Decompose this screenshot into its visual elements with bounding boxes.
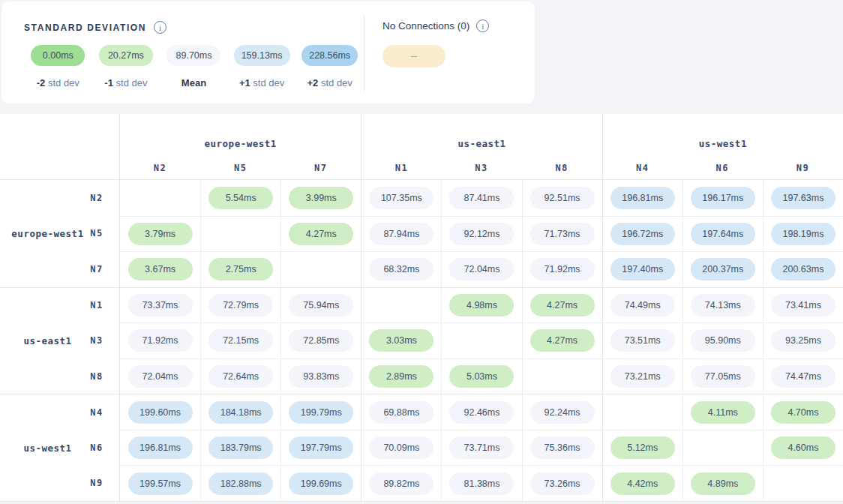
latency-pill[interactable]: 3.99ms: [289, 187, 353, 209]
latency-pill[interactable]: 3.79ms: [128, 223, 193, 245]
latency-pill[interactable]: 69.88ms: [369, 401, 434, 424]
latency-pill[interactable]: 196.81ms: [610, 187, 675, 209]
latency-pill[interactable]: 92.51ms: [530, 187, 595, 209]
latency-pill[interactable]: 72.79ms: [208, 294, 273, 316]
latency-pill[interactable]: 3.67ms: [128, 258, 193, 280]
latency-pill[interactable]: 5.03ms: [449, 365, 514, 388]
std-deviation-info-icon[interactable]: [154, 21, 166, 34]
latency-pill[interactable]: 93.83ms: [289, 365, 353, 388]
latency-pill[interactable]: 71.73ms: [530, 223, 595, 245]
latency-pill[interactable]: 72.04ms: [128, 365, 193, 388]
latency-pill[interactable]: 5.54ms: [208, 187, 273, 209]
latency-pill[interactable]: 73.51ms: [610, 329, 675, 352]
latency-pill[interactable]: 196.81ms: [128, 436, 193, 459]
latency-pill[interactable]: 5.12ms: [610, 436, 675, 459]
latency-pill[interactable]: 198.19ms: [771, 223, 836, 245]
latency-cell-N3-N7: 72.85ms: [280, 322, 361, 358]
no-connections-title: No Connections (0): [382, 20, 470, 32]
latency-pill[interactable]: 89.82ms: [369, 472, 434, 495]
latency-pill[interactable]: 73.71ms: [449, 436, 514, 459]
latency-pill[interactable]: 196.72ms: [610, 223, 675, 245]
legend-item-1: 20.27ms-1 std dev: [92, 45, 160, 88]
latency-pill[interactable]: 197.40ms: [610, 258, 675, 280]
latency-pill[interactable]: 95.90ms: [691, 329, 755, 352]
latency-cell-N8-N2: 72.04ms: [120, 358, 200, 394]
std-deviation-legend: STANDARD DEVIATION 0.00ms-2 std dev20.27…: [2, 2, 364, 104]
latency-matrix-table: europe-west1us-east1us-west1N2N5N7N1N3N8…: [0, 114, 843, 502]
latency-pill[interactable]: 71.92ms: [128, 329, 193, 352]
latency-pill[interactable]: 4.27ms: [289, 223, 353, 245]
latency-pill[interactable]: 92.24ms: [530, 401, 595, 424]
latency-cell-N6-N5: 183.79ms: [200, 430, 280, 466]
latency-pill[interactable]: 199.60ms: [128, 401, 193, 424]
latency-pill[interactable]: 73.26ms: [530, 472, 595, 495]
latency-pill[interactable]: 72.04ms: [449, 258, 514, 280]
row-header-N7: N7: [85, 251, 120, 287]
latency-pill[interactable]: 75.94ms: [289, 294, 353, 316]
latency-pill[interactable]: 74.13ms: [691, 294, 755, 316]
latency-pill[interactable]: 197.79ms: [289, 436, 353, 459]
latency-pill[interactable]: 72.64ms: [208, 365, 273, 388]
latency-pill[interactable]: 182.88ms: [208, 472, 273, 495]
latency-cell-N1-N4: 74.49ms: [602, 287, 682, 323]
latency-pill[interactable]: 81.38ms: [449, 472, 514, 495]
std-deviation-scale: 0.00ms-2 std dev20.27ms-1 std dev89.70ms…: [24, 45, 364, 88]
latency-cell-N5-N6: 197.64ms: [682, 216, 763, 252]
latency-cell-N6-N8: 75.36ms: [522, 430, 602, 466]
latency-pill[interactable]: 77.05ms: [691, 365, 755, 388]
latency-pill[interactable]: 3.03ms: [369, 329, 434, 352]
latency-pill[interactable]: 200.63ms: [771, 258, 836, 280]
latency-cell-N1-N3: 4.98ms: [441, 287, 521, 323]
column-header-N8: N8: [522, 156, 602, 180]
latency-pill[interactable]: 4.89ms: [691, 472, 755, 495]
legend-pill: 89.70ms: [166, 45, 220, 66]
latency-pill[interactable]: 199.79ms: [289, 401, 353, 424]
latency-pill[interactable]: 87.94ms: [369, 223, 434, 245]
latency-pill[interactable]: 93.25ms: [771, 329, 836, 352]
latency-pill[interactable]: 4.27ms: [530, 294, 595, 316]
latency-pill[interactable]: 197.63ms: [771, 187, 836, 209]
latency-pill[interactable]: 68.32ms: [369, 258, 434, 280]
latency-pill[interactable]: 73.37ms: [128, 294, 193, 316]
legend-card: STANDARD DEVIATION 0.00ms-2 std dev20.27…: [2, 2, 535, 104]
latency-pill[interactable]: 4.60ms: [771, 436, 836, 459]
latency-pill[interactable]: 70.09ms: [369, 436, 434, 459]
latency-pill[interactable]: 4.27ms: [530, 329, 595, 352]
latency-cell-N2-N3: 87.41ms: [441, 180, 521, 216]
latency-pill[interactable]: 75.36ms: [530, 436, 595, 459]
latency-pill[interactable]: 4.70ms: [771, 401, 836, 424]
latency-pill[interactable]: 71.92ms: [530, 258, 595, 280]
latency-pill[interactable]: 92.12ms: [449, 223, 514, 245]
latency-pill[interactable]: 199.69ms: [289, 472, 353, 495]
latency-cell-N3-N4: 73.51ms: [602, 322, 682, 358]
no-connections-info-icon[interactable]: [476, 20, 489, 32]
latency-pill[interactable]: 196.17ms: [691, 187, 755, 209]
latency-pill[interactable]: 184.18ms: [208, 401, 273, 424]
latency-pill[interactable]: 200.37ms: [691, 258, 755, 280]
latency-pill[interactable]: 73.41ms: [771, 294, 836, 316]
latency-pill[interactable]: 4.98ms: [449, 294, 514, 316]
latency-pill[interactable]: 199.57ms: [128, 472, 193, 495]
latency-pill[interactable]: 183.79ms: [208, 436, 273, 459]
latency-pill[interactable]: 92.46ms: [449, 401, 514, 424]
latency-pill[interactable]: 74.49ms: [610, 294, 675, 316]
latency-pill[interactable]: 4.42ms: [610, 472, 675, 495]
row-header-N4: N4: [85, 394, 120, 430]
latency-pill[interactable]: 197.64ms: [691, 223, 755, 245]
legend-label: -2 std dev: [37, 77, 80, 88]
latency-pill[interactable]: 87.41ms: [449, 187, 514, 209]
no-connections-pill: --: [382, 45, 446, 68]
latency-pill[interactable]: 72.15ms: [208, 329, 273, 352]
latency-cell-N2-N6: 196.17ms: [682, 180, 763, 216]
latency-pill[interactable]: 73.21ms: [610, 365, 675, 388]
latency-cell-N4-N5: 184.18ms: [200, 394, 280, 430]
latency-pill[interactable]: 107.35ms: [369, 187, 434, 209]
latency-pill[interactable]: 74.47ms: [771, 365, 836, 388]
latency-pill[interactable]: 2.75ms: [208, 258, 273, 280]
latency-cell-N3-N8: 4.27ms: [522, 322, 602, 358]
latency-pill[interactable]: 2.89ms: [369, 365, 434, 388]
row-header-N1: N1: [85, 287, 120, 323]
latency-pill[interactable]: 72.85ms: [289, 329, 353, 352]
latency-cell-N2-N8: 92.51ms: [522, 180, 602, 216]
latency-pill[interactable]: 4.11ms: [691, 401, 755, 424]
